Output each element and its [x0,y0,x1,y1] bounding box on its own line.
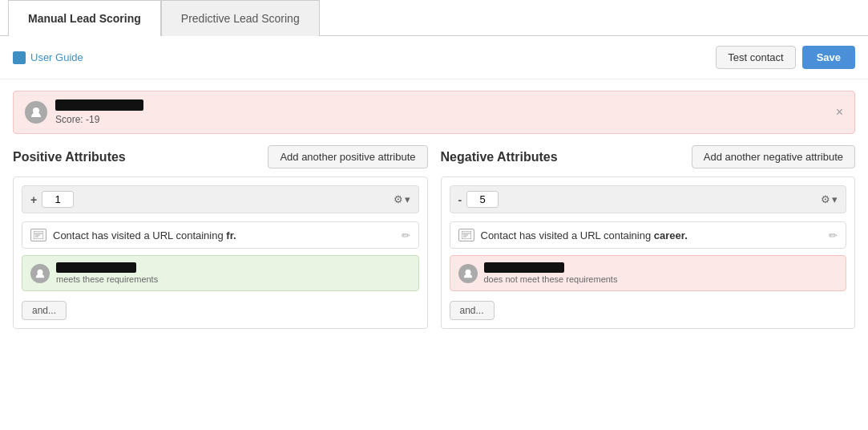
tabs-container: Manual Lead Scoring Predictive Lead Scor… [0,0,868,36]
tab-predictive[interactable]: Predictive Lead Scoring [161,0,320,36]
negative-points-left: - [458,191,499,208]
negative-points-row: - ⚙ ▾ [450,185,847,213]
positive-sign: + [30,193,37,206]
negative-section-header: Negative Attributes Add another negative… [441,145,856,168]
negative-points-input[interactable] [466,191,499,208]
gear-icon-neg: ⚙ [821,193,830,205]
positive-points-input[interactable] [42,191,74,208]
add-negative-attribute-button[interactable]: Add another negative attribute [692,145,855,168]
positive-condition-row: Contact has visited a URL containing fr.… [22,221,419,249]
negative-edit-icon[interactable]: ✏ [829,229,838,241]
negative-contact-info: does not meet these requirements [484,262,618,284]
positive-title: Positive Attributes [13,150,126,164]
negative-sign: - [458,193,462,206]
book-icon [13,51,26,64]
negative-and-button[interactable]: and... [450,301,495,320]
positive-contact-name-redacted [56,262,136,273]
negative-scoring-card: - ⚙ ▾ Contact has visited a URL containi… [441,176,856,329]
negative-meets-text: does not meet these requirements [484,274,618,284]
positive-and-button[interactable]: and... [22,301,67,320]
negative-condition-left: Contact has visited a URL containing car… [458,229,688,241]
avatar [25,101,47,124]
positive-scoring-card: + ⚙ ▾ Contact has visited a URL containi… [13,176,428,329]
positive-condition-text: Contact has visited a URL containing fr. [53,229,236,241]
top-bar-actions: Test contact Save [716,46,855,69]
contact-avatar-negative [458,264,478,283]
negative-title: Negative Attributes [441,150,558,164]
chevron-down-icon-neg: ▾ [832,193,838,205]
negative-gear-button[interactable]: ⚙ ▾ [821,193,838,205]
positive-condition-left: Contact has visited a URL containing fr. [30,229,236,241]
chevron-down-icon: ▾ [405,193,410,205]
negative-contact-name-redacted [484,262,564,273]
positive-contact-info: meets these requirements [56,262,158,284]
score-banner: Score: -19 × [13,91,855,134]
user-guide-link[interactable]: User Guide [13,51,83,64]
positive-points-left: + [30,191,74,208]
contact-avatar-positive [30,264,50,283]
save-button[interactable]: Save [802,46,855,69]
negative-condition-text: Contact has visited a URL containing car… [481,229,688,241]
negative-contact-result: does not meet these requirements [450,255,847,291]
contact-name-redacted [55,99,143,111]
tab-manual[interactable]: Manual Lead Scoring [8,0,161,36]
close-banner-button[interactable]: × [836,105,843,120]
add-positive-attribute-button[interactable]: Add another positive attribute [268,145,427,168]
positive-column: Positive Attributes Add another positive… [13,145,428,329]
url-condition-icon [30,229,46,241]
score-info: Score: -19 [55,99,143,125]
positive-meets-text: meets these requirements [56,274,158,284]
score-banner-left: Score: -19 [25,99,143,125]
gear-icon: ⚙ [394,193,403,205]
positive-edit-icon[interactable]: ✏ [402,229,410,241]
test-contact-button[interactable]: Test contact [716,46,795,69]
negative-condition-row: Contact has visited a URL containing car… [450,221,847,249]
negative-column: Negative Attributes Add another negative… [441,145,856,329]
main-columns: Positive Attributes Add another positive… [0,145,868,342]
positive-points-row: + ⚙ ▾ [22,185,419,213]
score-value: Score: -19 [55,114,143,125]
positive-gear-button[interactable]: ⚙ ▾ [394,193,410,205]
url-condition-icon-neg [458,229,474,241]
top-bar: User Guide Test contact Save [0,36,868,79]
positive-contact-result: meets these requirements [22,255,419,291]
positive-section-header: Positive Attributes Add another positive… [13,145,428,168]
